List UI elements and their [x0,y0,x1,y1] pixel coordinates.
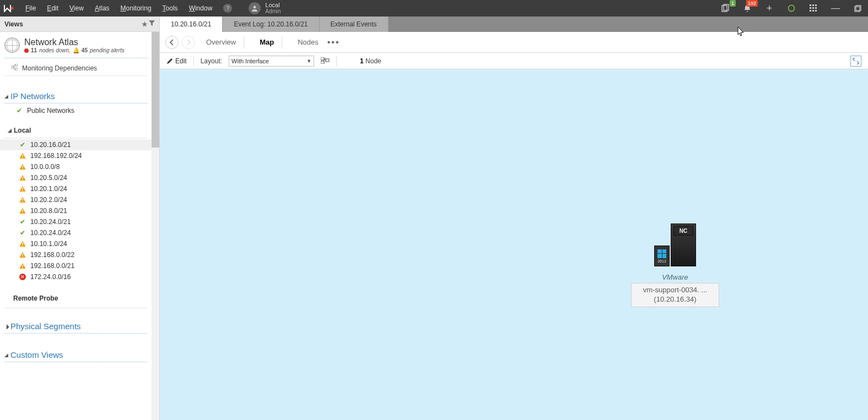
tasks-icon[interactable]: 1 [720,3,730,13]
network-item[interactable]: 10.0.0.0/8 [0,161,152,172]
subnav-map[interactable]: Map [260,38,274,46]
edit-button[interactable]: Edit [166,57,187,65]
chevron-down-icon: ▼ [306,58,311,64]
alerts-badge: 192 [746,0,758,7]
nav-back-button[interactable] [165,36,179,49]
menu-file[interactable]: File [25,4,36,12]
nodes-down-label: nodes down, [39,47,71,53]
network-item[interactable]: 10.20.8.0/21 [0,205,152,216]
pending-bell-icon: 🔔 [73,47,79,53]
network-item[interactable]: 10.20.5.0/24 [0,172,152,183]
svg-rect-40 [326,59,329,62]
node-count-word: Node [365,57,381,65]
network-item[interactable]: 10.20.1.0/24 [0,183,152,194]
menu-tools[interactable]: Tools [163,4,178,12]
fullscreen-icon[interactable] [850,56,861,67]
help-icon[interactable]: ? [223,4,232,13]
user-account-button[interactable]: Local Admin [249,2,281,15]
network-item[interactable]: 10.10.1.0/24 [0,238,152,249]
svg-rect-34 [22,254,23,256]
section-physical-segments[interactable]: ◢ Physical Segments [0,319,152,332]
svg-rect-19 [15,68,18,70]
network-item-label: 10.20.24.0/24 [30,229,71,237]
subnav-more-icon[interactable]: ••• [327,37,340,47]
public-networks-label: Public Networks [27,107,74,114]
node-count-number: 1 [360,57,364,65]
network-item[interactable]: 192.168.0.0/21 [0,260,152,271]
network-map-canvas[interactable]: 2012 NC VMware vm-support-0034. ... (10.… [160,69,868,420]
svg-rect-23 [22,168,23,168]
caret-down-icon: ◢ [8,128,12,133]
svg-point-4 [747,11,748,12]
check-icon: ✔ [19,141,26,149]
svg-rect-37 [22,267,23,268]
network-item[interactable]: 192.168.0.0/22 [0,249,152,260]
svg-rect-17 [11,66,13,68]
menu-edit[interactable]: Edit [47,4,58,12]
svg-rect-33 [22,245,23,246]
svg-rect-38 [321,57,324,60]
svg-rect-24 [22,177,23,179]
warning-icon [19,186,26,193]
menu-view[interactable]: View [69,4,84,12]
network-item[interactable]: 192.168.192.0/24 [0,150,152,161]
warning-icon [19,152,26,160]
refresh-icon[interactable] [786,3,796,13]
add-icon[interactable]: + [764,3,774,13]
svg-point-5 [789,6,795,12]
network-item[interactable]: 10.20.2.0/24 [0,194,152,205]
os-year: 2012 [657,259,666,263]
alerts-bell-icon[interactable]: 192 [742,3,752,13]
layout-select-value: With Interface [231,58,269,64]
network-item[interactable]: ✔10.20.24.0/21 [0,216,152,227]
check-icon: ✔ [19,219,26,226]
subnav-nodes[interactable]: Nodes [298,38,319,46]
layout-select[interactable]: With Interface ▼ [229,56,314,67]
check-icon: ✔ [15,107,23,114]
nodes-down-count: 11 [31,47,37,53]
top-menu-bar: FileEditViewAtlasMonitoringToolsWindow ?… [0,0,868,17]
apps-grid-icon[interactable] [808,3,818,13]
network-item[interactable]: ✔10.20.24.0/24 [0,227,152,238]
menu-monitoring[interactable]: Monitoring [121,4,152,12]
svg-rect-14 [815,10,817,12]
svg-rect-6 [810,4,811,6]
remote-probe-item[interactable]: Remote Probe [0,290,152,307]
subnav-overview[interactable]: Overview [206,38,236,46]
svg-rect-9 [810,7,811,9]
menu-window[interactable]: Window [189,4,213,12]
svg-rect-36 [22,265,23,267]
map-node[interactable]: 2012 NC VMware vm-support-0034. ... (10.… [628,223,722,307]
caret-right-icon: ◢ [3,323,9,329]
section-custom-views-label: Custom Views [10,350,63,359]
menu-atlas[interactable]: Atlas [95,4,110,12]
error-icon: ✕ [19,274,26,281]
tab[interactable]: 10.20.16.0/21 [160,17,223,32]
warning-icon [19,208,26,215]
network-atlas-header[interactable]: Network Atlas 11 nodes down, 🔔 45 pendin… [0,32,152,57]
app-logo-icon [3,3,14,14]
svg-point-0 [11,7,14,10]
svg-rect-11 [815,7,817,9]
section-custom-views[interactable]: ◢ Custom Views [0,348,152,361]
network-item[interactable]: ✕172.24.0.0/16 [0,271,152,282]
server-icon: NC [671,223,696,266]
favorite-star-icon[interactable]: ★ [142,20,148,28]
dependencies-icon [11,64,18,72]
tab[interactable]: Event Log: 10.20.16.0/21 [223,17,319,32]
window-minimize-icon[interactable]: — [831,3,840,13]
section-ip-networks[interactable]: ◢ IP Networks [0,89,152,102]
network-item-label: 10.20.24.0/21 [30,218,71,226]
network-item[interactable]: ✔10.20.16.0/21 [0,139,152,150]
dependencies-label: Monitoring Dependencies [22,64,97,72]
tab[interactable]: External Events [320,17,389,32]
user-name: Local [265,2,281,8]
warning-icon [19,252,26,259]
monitoring-dependencies-item[interactable]: Monitoring Dependencies [0,62,152,74]
filter-icon[interactable] [149,20,155,28]
window-maximize-icon[interactable] [853,3,862,13]
network-item-label: 10.20.2.0/24 [30,196,67,204]
local-networks-header[interactable]: ◢ Local [0,124,152,137]
layout-grid-icon[interactable] [321,57,330,66]
public-networks-item[interactable]: ✔ Public Networks [0,105,152,117]
